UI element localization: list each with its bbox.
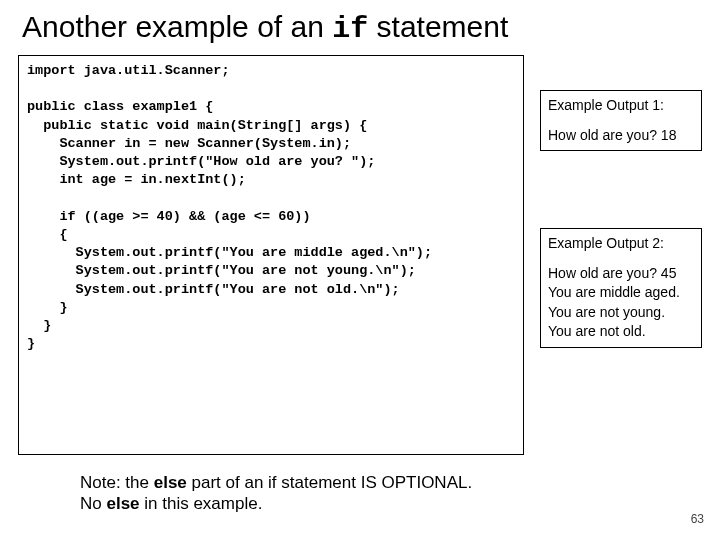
- title-pre: Another example of an: [22, 10, 332, 43]
- note-text: Note: the else part of an if statement I…: [80, 472, 520, 515]
- slide-title: Another example of an if statement: [0, 0, 720, 50]
- note-part4: in this example.: [140, 494, 263, 513]
- output2-line1: How old are you? 45: [548, 264, 694, 284]
- code-box: import java.util.Scanner; public class e…: [18, 55, 524, 455]
- note-bold1: else: [154, 473, 187, 492]
- output1-line1: How old are you? 18: [548, 126, 694, 146]
- output2-heading: Example Output 2:: [548, 234, 694, 254]
- output2-line2: You are middle aged.: [548, 283, 694, 303]
- title-mono: if: [332, 12, 368, 46]
- example-output-2: Example Output 2: How old are you? 45 Yo…: [540, 228, 702, 348]
- output2-line3: You are not young.: [548, 303, 694, 323]
- code-content: import java.util.Scanner; public class e…: [27, 63, 432, 351]
- output1-heading: Example Output 1:: [548, 96, 694, 116]
- note-part2: part of an if statement IS OPTIONAL.: [187, 473, 472, 492]
- note-part1: Note: the: [80, 473, 154, 492]
- page-number: 63: [691, 512, 704, 526]
- example-output-1: Example Output 1: How old are you? 18: [540, 90, 702, 151]
- note-bold2: else: [106, 494, 139, 513]
- output2-line4: You are not old.: [548, 322, 694, 342]
- note-part3: No: [80, 494, 106, 513]
- title-post: statement: [368, 10, 508, 43]
